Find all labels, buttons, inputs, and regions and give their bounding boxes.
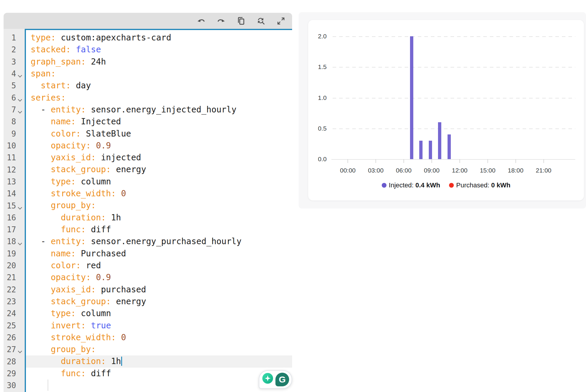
code-line-28[interactable]: duration: 1h bbox=[26, 355, 292, 367]
yaml-token-plain bbox=[31, 249, 51, 258]
yaml-token-plain bbox=[31, 129, 51, 139]
yaml-token-plain bbox=[31, 177, 51, 186]
code-line-4[interactable]: span: bbox=[26, 68, 292, 80]
line-number: 22 bbox=[4, 285, 16, 294]
code-line-7[interactable]: - entity: sensor.energy_injected_hourly bbox=[26, 104, 292, 116]
yaml-token-plain: 1h bbox=[106, 213, 121, 222]
code-line-26[interactable]: stroke_width: 0 bbox=[26, 332, 292, 344]
code-line-30[interactable] bbox=[26, 380, 292, 391]
legend-value: 0 kWh bbox=[491, 181, 510, 189]
x-axis-label: 12:00 bbox=[452, 167, 467, 174]
line-number: 11 bbox=[4, 153, 16, 162]
fold-arrow-icon[interactable] bbox=[16, 345, 24, 354]
undo-icon[interactable] bbox=[197, 16, 206, 26]
code-line-24[interactable]: type: column bbox=[26, 308, 292, 319]
bar-injected-07:00[interactable] bbox=[410, 36, 413, 159]
yaml-token-key: stack_group: bbox=[51, 164, 111, 174]
yaml-token-key: span: bbox=[31, 69, 56, 79]
editor-toolbar bbox=[4, 13, 292, 29]
fold-arrow-icon[interactable] bbox=[16, 69, 24, 78]
y-axis-label: 0.0 bbox=[308, 156, 327, 163]
code-line-12[interactable]: stack_group: energy bbox=[26, 164, 292, 175]
line-number: 20 bbox=[4, 261, 16, 270]
fold-arrow-icon[interactable] bbox=[16, 201, 24, 210]
bar-injected-09:00[interactable] bbox=[429, 141, 432, 159]
line-number: 7 bbox=[4, 105, 16, 114]
gutter-line-28: 28 bbox=[4, 355, 25, 367]
x-axis-line bbox=[331, 159, 575, 160]
find-replace-icon[interactable] bbox=[256, 16, 266, 26]
line-number: 15 bbox=[4, 201, 16, 210]
code-line-15[interactable]: group_by: bbox=[26, 200, 292, 211]
legend-item-purchased[interactable]: Purchased: 0 kWh bbox=[449, 181, 510, 189]
yaml-token-key: stacked: bbox=[31, 45, 71, 54]
code-line-21[interactable]: opacity: 0.9 bbox=[26, 272, 292, 283]
x-axis-tick bbox=[459, 159, 460, 163]
code-line-5[interactable]: start: day bbox=[26, 80, 292, 92]
code-line-22[interactable]: yaxis_id: purchased bbox=[26, 284, 292, 296]
bar-injected-10:00[interactable] bbox=[438, 122, 441, 159]
code-line-13[interactable]: type: column bbox=[26, 176, 292, 188]
x-axis-label: 21:00 bbox=[536, 167, 551, 174]
legend-marker-icon bbox=[382, 183, 386, 188]
line-number: 21 bbox=[4, 273, 16, 282]
gutter-line-22: 22 bbox=[4, 284, 25, 296]
legend-item-injected[interactable]: Injected: 0.4 kWh bbox=[382, 181, 440, 189]
code-line-2[interactable]: stacked: false bbox=[26, 44, 292, 56]
grammarly-icon[interactable]: G bbox=[275, 373, 289, 386]
code-line-10[interactable]: opacity: 0.9 bbox=[26, 140, 292, 152]
fold-arrow-icon[interactable] bbox=[16, 237, 24, 246]
yaml-token-plain: - bbox=[31, 236, 51, 246]
code-line-20[interactable]: color: red bbox=[26, 260, 292, 272]
gutter-line-27: 27 bbox=[4, 344, 25, 355]
code-line-18[interactable]: - entity: sensor.energy_purchased_hourly bbox=[26, 236, 292, 247]
yaml-token-plain: diff bbox=[86, 369, 111, 378]
gutter-line-13: 13 bbox=[4, 176, 25, 188]
line-number: 23 bbox=[4, 297, 16, 306]
suggestion-bulb-icon[interactable] bbox=[262, 373, 274, 386]
bar-injected-11:00[interactable] bbox=[448, 134, 451, 159]
yaml-token-key: type: bbox=[31, 33, 56, 43]
y-gridline bbox=[333, 67, 575, 68]
expand-icon[interactable] bbox=[276, 16, 286, 26]
yaml-token-plain bbox=[31, 164, 51, 174]
yaml-token-plain: 1h bbox=[106, 356, 121, 366]
code-line-16[interactable]: duration: 1h bbox=[26, 212, 292, 224]
gutter-line-3: 3 bbox=[4, 56, 25, 68]
x-axis-label: 06:00 bbox=[396, 167, 412, 174]
yaml-token-plain bbox=[31, 285, 51, 294]
fold-arrow-icon[interactable] bbox=[16, 105, 24, 114]
gutter-line-30: 30 bbox=[4, 380, 25, 391]
code-line-25[interactable]: invert: true bbox=[26, 320, 292, 332]
code-content[interactable]: type: custom:apexcharts-cardstacked: fal… bbox=[25, 29, 292, 392]
line-number: 3 bbox=[4, 57, 16, 66]
bar-injected-08:00[interactable] bbox=[419, 141, 423, 159]
code-line-3[interactable]: graph_span: 24h bbox=[26, 56, 292, 68]
line-number: 14 bbox=[4, 189, 16, 198]
code-line-27[interactable]: group_by: bbox=[26, 344, 292, 355]
gutter-line-29: 29 bbox=[4, 368, 25, 380]
redo-icon[interactable] bbox=[216, 16, 226, 26]
code-line-17[interactable]: func: diff bbox=[26, 224, 292, 236]
x-axis-tick bbox=[431, 159, 432, 163]
star-icon bbox=[265, 375, 271, 381]
yaml-token-key: group_by: bbox=[51, 200, 96, 210]
code-line-6[interactable]: series: bbox=[26, 92, 292, 104]
code-line-11[interactable]: yaxis_id: injected bbox=[26, 152, 292, 164]
code-line-1[interactable]: type: custom:apexcharts-card bbox=[26, 32, 292, 44]
yaml-token-plain: injected bbox=[96, 153, 141, 162]
code-line-14[interactable]: stroke_width: 0 bbox=[26, 188, 292, 200]
code-line-9[interactable]: color: SlateBlue bbox=[26, 128, 292, 140]
code-line-8[interactable]: name: Injected bbox=[26, 116, 292, 128]
chevron-down-icon bbox=[18, 205, 22, 209]
copy-icon[interactable] bbox=[236, 16, 246, 26]
fold-arrow-icon[interactable] bbox=[16, 93, 24, 102]
editor-gutter: 1234567891011121314151617181920212223242… bbox=[4, 29, 25, 392]
code-line-29[interactable]: func: diff bbox=[26, 368, 292, 380]
yaml-token-bool: true bbox=[91, 321, 111, 330]
chevron-down-icon bbox=[18, 97, 22, 101]
yaml-token-num: 0 bbox=[121, 333, 126, 342]
code-line-19[interactable]: name: Purchased bbox=[26, 248, 292, 260]
code-line-23[interactable]: stack_group: energy bbox=[26, 296, 292, 308]
line-number: 28 bbox=[4, 357, 16, 366]
